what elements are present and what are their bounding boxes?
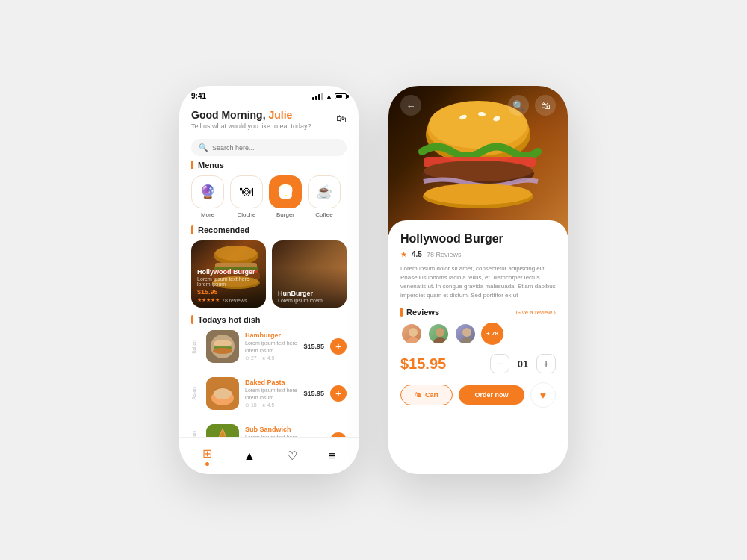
- rec-card-1-rating: ★★★★★ 78 reviews: [197, 297, 260, 303]
- signal-icon: [312, 93, 323, 100]
- cat-burger-label: Burger: [276, 211, 294, 218]
- qty-control: − 01 +: [490, 354, 556, 373]
- order-btn[interactable]: Order now: [459, 385, 524, 405]
- avatar-3-img: [456, 324, 477, 345]
- heart-icon: ♥: [540, 389, 546, 401]
- food-orders-1: ⊙ 27: [245, 355, 257, 361]
- cat-coffee-label: Coffee: [315, 211, 332, 218]
- back-icon: ←: [406, 100, 416, 111]
- nav-home[interactable]: ⊞: [202, 447, 212, 466]
- back-btn[interactable]: ←: [400, 95, 421, 116]
- cat-burger[interactable]: 🍔 Burger: [269, 175, 302, 218]
- avatar-3: [454, 323, 477, 345]
- cat-more-label: More: [201, 211, 214, 218]
- burger-icon-wrap: 🍔: [269, 175, 302, 208]
- food-meta-1: ⊙ 27 ★ 4.9: [245, 355, 297, 361]
- food-rating-1: ★ 4.9: [261, 355, 275, 361]
- greeting-text-block: Good Morning, Julie Tell us what would y…: [191, 103, 311, 134]
- svg-point-34: [462, 328, 471, 337]
- bag-icon[interactable]: 🛍: [336, 113, 347, 125]
- burger-icon: 🍔: [277, 184, 294, 200]
- food-detail-title: Hollywood Burger: [400, 232, 556, 246]
- nav-menu[interactable]: ▲: [244, 449, 255, 463]
- add-btn-2[interactable]: +: [330, 385, 347, 402]
- rec-card-1-reviews: 78 reviews: [222, 298, 247, 303]
- star-icon: ★: [400, 250, 407, 258]
- divider-1: [191, 370, 347, 370]
- cart-label: Cart: [425, 391, 438, 399]
- hot-dish-list: Italian Hamburger Lorem ipsum text here …: [191, 330, 347, 447]
- food-desc-2: Lorem ipsum text here lorem ipsum: [245, 387, 297, 400]
- cat-coffee[interactable]: ☕ Coffee: [308, 175, 341, 218]
- detail-description: Lorem ipsum dolor sit amet, consectetur …: [400, 264, 556, 300]
- add-btn-1[interactable]: +: [330, 338, 347, 355]
- rating-row: ★ 4.5 78 Reviews: [400, 250, 556, 258]
- coffee-icon: ☕: [316, 184, 332, 200]
- svg-point-1: [215, 246, 257, 261]
- avatar-2: [427, 323, 450, 345]
- avatar-1-img: [402, 324, 423, 345]
- svg-point-10: [214, 340, 232, 347]
- give-review-link[interactable]: Give a review ›: [516, 309, 556, 316]
- nav-more[interactable]: ≡: [329, 449, 335, 463]
- greeting-name: Julie: [268, 109, 292, 121]
- food-info-2: Baked Pasta Lorem ipsum text here lorem …: [245, 379, 297, 408]
- qty-increase-btn[interactable]: +: [536, 354, 556, 373]
- battery-icon: [335, 93, 347, 99]
- qty-decrease-btn[interactable]: −: [490, 354, 509, 373]
- coffee-icon-wrap: ☕: [308, 175, 341, 208]
- divider-2: [191, 417, 347, 417]
- food-info-1: Hamburger Lorem ipsum text here lorem ip…: [245, 332, 297, 361]
- subtitle-text: Tell us what would you like to eat today…: [191, 122, 311, 130]
- cat-cloche-label: Cloche: [238, 211, 256, 218]
- favorite-btn[interactable]: ♥: [530, 382, 556, 408]
- rec-card-2-content: HunBurger Lorem ipsum lorem: [278, 290, 341, 303]
- greeting-section: Good Morning, Julie Tell us what would y…: [191, 103, 347, 134]
- search-input[interactable]: [212, 144, 339, 152]
- lines-icon: ≡: [329, 449, 335, 463]
- rec-card-1-desc: Lorem ipsum text here lorem ipsum: [197, 276, 260, 287]
- cart-icon: 🛍: [415, 391, 421, 399]
- price-qty-row: $15.95 − 01 +: [400, 354, 556, 373]
- cloche-icon: 🍽: [240, 184, 253, 200]
- phone1-content: Good Morning, Julie Tell us what would y…: [179, 103, 359, 447]
- rec-card-1[interactable]: Hollywood Burger Lorem ipsum text here l…: [191, 240, 266, 308]
- detail-hero: ← 🔍 🛍: [388, 86, 568, 235]
- food-rating-2: ★ 4.5: [261, 402, 275, 408]
- cat-more[interactable]: 🔮 More: [191, 175, 224, 218]
- menu-icon: ▲: [244, 449, 255, 463]
- svg-point-35: [460, 337, 474, 345]
- food-name-2: Baked Pasta: [245, 379, 297, 386]
- status-time-1: 9:41: [191, 92, 206, 100]
- rating-value: 4.5: [412, 250, 422, 258]
- cat-cloche[interactable]: 🍽 Cloche: [230, 175, 263, 218]
- rec-card-2-title: HunBurger: [278, 290, 341, 297]
- nav-favorites[interactable]: ♡: [287, 449, 297, 463]
- reviews-label: Reviews: [400, 308, 439, 317]
- recommended-section-title: Recomended: [191, 225, 347, 234]
- rec-card-1-content: Hollywood Burger Lorem ipsum text here l…: [197, 268, 260, 303]
- rec-card-2[interactable]: HunBurger Lorem ipsum lorem: [272, 240, 347, 308]
- heart-nav-icon: ♡: [287, 449, 297, 463]
- detail-header-icons: ← 🔍 🛍: [388, 95, 568, 116]
- cart-btn[interactable]: 🛍 Cart: [400, 385, 453, 405]
- food-price-2: $15.95: [303, 390, 324, 397]
- svg-point-33: [433, 337, 447, 345]
- detail-bag-btn[interactable]: 🛍: [535, 95, 556, 116]
- search-icon: 🔍: [199, 143, 208, 152]
- nav-active-dot: [205, 462, 209, 466]
- svg-point-30: [409, 328, 418, 337]
- search-bar[interactable]: 🔍: [191, 139, 347, 156]
- food-orders-2: ⊙ 18: [245, 402, 257, 408]
- rec-card-1-price: $15.95: [197, 288, 260, 296]
- food-price-1: $15.95: [303, 343, 324, 350]
- search-btn[interactable]: 🔍: [508, 95, 529, 116]
- food-thumb-1: [206, 330, 239, 363]
- cat-label-asian: Asian: [191, 387, 200, 400]
- food-meta-2: ⊙ 18 ★ 4.5: [245, 402, 297, 408]
- greeting-text: Good Morning, Julie: [191, 109, 311, 121]
- wifi-icon: ▲: [326, 93, 332, 100]
- food-img-2: [206, 377, 239, 410]
- svg-point-31: [406, 337, 420, 345]
- detail-search-icon: 🔍: [512, 100, 524, 111]
